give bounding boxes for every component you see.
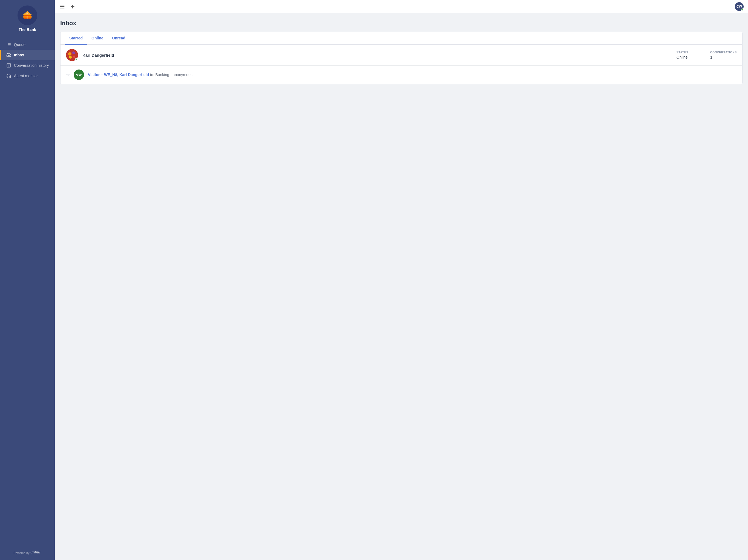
inbox-card: Starred Online Unread [60, 32, 743, 84]
conv-to: to: Banking - anonymous [150, 73, 192, 77]
menu-button[interactable] [59, 4, 65, 9]
inbox-icon [6, 52, 11, 57]
history-icon [6, 63, 11, 68]
star-icon[interactable]: ☆ [66, 72, 70, 77]
conversations-value: 1 [710, 55, 737, 59]
conversations-label: CONVERSATIONS [710, 51, 737, 54]
tabs: Starred Online Unread [61, 32, 742, 45]
sidebar-brand-label: The Bank [19, 27, 36, 32]
sidebar-item-agent-monitor-label: Agent monitor [14, 74, 38, 78]
contact-row: Karl Dangerfield STATUS Online CONVERSAT… [61, 45, 742, 66]
conv-avatar: VW [74, 70, 84, 80]
conv-title: Visitor – WE_N8, Karl Dangerfield to: Ba… [88, 73, 192, 77]
contact-status-dot [75, 58, 78, 61]
status-value: Online [677, 55, 688, 59]
list-icon [6, 42, 11, 47]
sidebar-item-conversation-history-label: Conversation history [14, 63, 49, 68]
conv-subtitle-text: to: Banking - anonymous [150, 73, 192, 77]
tab-starred[interactable]: Starred [65, 32, 87, 45]
status-block: STATUS Online [677, 51, 688, 59]
status-label: STATUS [677, 51, 688, 54]
sidebar-nav: Queue Inbox Conversation history Agent m… [0, 40, 55, 547]
powered-by-text: Powered by [14, 551, 29, 555]
bank-icon: $ [21, 9, 34, 22]
sidebar-footer: Powered by unblu [0, 547, 55, 556]
conv-title-text: Visitor – WE_N8, Karl Dangerfield [88, 73, 149, 77]
unblu-brand: unblu [30, 551, 41, 555]
contact-name: Karl Dangerfield [83, 53, 672, 57]
plus-icon [70, 4, 75, 9]
main-area: CW Inbox Starred Online Unread [55, 0, 748, 560]
sidebar-item-conversation-history[interactable]: Conversation history [0, 60, 55, 71]
content-area: Inbox Starred Online Unread [55, 13, 748, 560]
svg-point-23 [68, 52, 71, 55]
sidebar-brand-section: $ The Bank [18, 5, 37, 32]
sidebar-item-inbox-label: Inbox [14, 53, 24, 57]
topbar: CW [55, 0, 748, 13]
svg-rect-13 [7, 64, 11, 67]
sidebar-logo: $ [18, 5, 37, 25]
conversation-row[interactable]: ☆ VW Visitor – WE_N8, Karl Dangerfield t… [61, 66, 742, 84]
svg-point-25 [73, 55, 75, 58]
user-avatar-wrap[interactable]: CW [735, 2, 744, 11]
sidebar-item-agent-monitor[interactable]: Agent monitor [0, 71, 55, 81]
sidebar-item-queue[interactable]: Queue [0, 40, 55, 50]
contact-avatar-wrap [66, 49, 78, 61]
conv-details: Visitor – WE_N8, Karl Dangerfield to: Ba… [88, 73, 192, 77]
menu-icon [59, 4, 65, 9]
user-status-dot [741, 8, 743, 11]
tab-unread[interactable]: Unread [108, 32, 130, 45]
add-button[interactable] [70, 4, 75, 9]
tab-online[interactable]: Online [87, 32, 108, 45]
page-title: Inbox [60, 20, 743, 27]
conversations-block: CONVERSATIONS 1 [710, 51, 737, 59]
sidebar: $ The Bank Queue Inbox Conversation hi [0, 0, 55, 560]
svg-point-24 [72, 51, 75, 54]
svg-text:$: $ [27, 13, 28, 15]
svg-rect-4 [27, 16, 28, 19]
contact-meta: STATUS Online CONVERSATIONS 1 [677, 51, 737, 59]
unblu-logo-svg: unblu [30, 550, 41, 554]
sidebar-item-queue-label: Queue [14, 43, 25, 47]
svg-text:unblu: unblu [30, 550, 40, 554]
svg-point-26 [69, 56, 72, 58]
sidebar-item-inbox[interactable]: Inbox [0, 50, 55, 60]
headset-icon [6, 73, 11, 78]
